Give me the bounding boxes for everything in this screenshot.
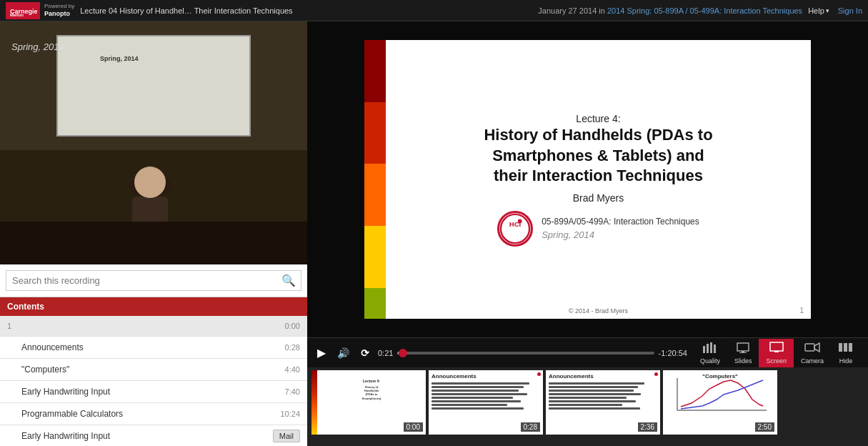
list-item[interactable]: Programmable Calculators 10:24 bbox=[0, 403, 307, 425]
rewind-button[interactable]: ⟳ bbox=[358, 345, 372, 362]
end-time: -1:20:54 bbox=[659, 349, 687, 357]
search-wrapper: 🔍 bbox=[6, 270, 301, 291]
contents-panel: Contents 1 0:00 Announcements 0:28 "Comp… bbox=[0, 297, 307, 446]
bar-segment-4 bbox=[364, 226, 386, 288]
thumb-time: 0:00 bbox=[404, 422, 423, 432]
volume-icon: 🔊 bbox=[337, 347, 349, 359]
video-overlay-text: Spring, 2014 bbox=[11, 41, 64, 52]
list-item[interactable]: "Computers" 4:40 bbox=[0, 359, 307, 381]
thumb-title: Announcements bbox=[431, 373, 540, 380]
quality-icon bbox=[702, 342, 718, 356]
current-time: 0:21 bbox=[378, 349, 393, 357]
svg-rect-25 bbox=[774, 351, 779, 352]
header-date: January 27 2014 in 2014 Spring: 05-899A … bbox=[538, 6, 802, 15]
thumbnail-item[interactable]: Announcements 0:28 bbox=[429, 370, 543, 443]
slide-content: Lecture 4: History of Handhelds (PDAs to… bbox=[364, 40, 811, 319]
thumb-time: 0:28 bbox=[521, 422, 540, 432]
slides-icon bbox=[736, 342, 750, 356]
rewind-icon: ⟳ bbox=[361, 347, 369, 359]
search-area: 🔍 bbox=[0, 264, 307, 297]
list-item[interactable]: 1 0:00 bbox=[0, 316, 307, 337]
item-number: 1 bbox=[7, 322, 21, 330]
logo-area: Carnegie Mellon Powered by Panopto bbox=[6, 2, 74, 19]
slide-page-number: 1 bbox=[799, 307, 804, 314]
slide-color-bar bbox=[364, 40, 386, 319]
contents-header: Contents bbox=[0, 297, 307, 316]
header-right: Help ▾ Sign In bbox=[808, 6, 862, 15]
thumbnail-item[interactable]: Announcements 2:36 bbox=[546, 370, 660, 443]
volume-button[interactable]: 🔊 bbox=[334, 345, 352, 362]
left-panel: Spring, 2014 Spring, 2014 bbox=[0, 21, 307, 446]
hide-label: Hide bbox=[839, 357, 853, 365]
svg-rect-24 bbox=[770, 342, 783, 351]
list-item[interactable]: Announcements 0:28 bbox=[0, 337, 307, 359]
quality-label: Quality bbox=[700, 357, 720, 365]
screen-icon bbox=[769, 342, 784, 356]
svg-text:Spring, 2014: Spring, 2014 bbox=[100, 55, 139, 62]
list-item[interactable]: Early Handwriting Input 7:40 bbox=[0, 381, 307, 403]
thumb-dot-2 bbox=[654, 372, 658, 376]
svg-text:Mellon: Mellon bbox=[10, 13, 24, 17]
svg-rect-23 bbox=[739, 352, 747, 353]
search-icon: 🔍 bbox=[281, 274, 296, 287]
camera-label: Camera bbox=[801, 357, 824, 365]
bar-segment-5 bbox=[364, 288, 386, 319]
lecture-num: Lecture 4: bbox=[484, 112, 712, 125]
right-toolbar: Quality Slides bbox=[693, 339, 861, 367]
hide-icon bbox=[838, 342, 854, 356]
help-button[interactable]: Help ▾ bbox=[808, 6, 829, 15]
thumbnail-item[interactable]: Lecture 4: History ofHandhelds(PDAs toSm… bbox=[311, 370, 426, 443]
panopto-logo: Powered by Panopto bbox=[44, 3, 74, 17]
slides-label: Slides bbox=[734, 357, 752, 365]
contents-label: Contents bbox=[7, 302, 44, 312]
item-time: 4:40 bbox=[285, 365, 300, 374]
camera-button[interactable]: Camera bbox=[794, 339, 831, 367]
mail-button[interactable]: Mail bbox=[273, 430, 300, 442]
svg-rect-29 bbox=[844, 343, 847, 352]
thumbnails-bar: Lecture 4: History ofHandhelds(PDAs toSm… bbox=[307, 367, 868, 446]
hide-button[interactable]: Hide bbox=[831, 339, 861, 367]
svg-rect-5 bbox=[57, 36, 250, 136]
camera-icon bbox=[804, 342, 820, 356]
svg-rect-17 bbox=[703, 346, 705, 353]
video-controls: ▶ 🔊 ⟳ 0:21 -1:20:54 bbox=[307, 337, 868, 367]
screen-label: Screen bbox=[766, 357, 787, 365]
screen-button[interactable]: Screen bbox=[759, 339, 794, 367]
thumb-time-3: 2:50 bbox=[755, 422, 774, 432]
item-time: 10:24 bbox=[280, 410, 300, 418]
svg-point-9 bbox=[134, 167, 166, 198]
signin-button[interactable]: Sign In bbox=[838, 6, 862, 15]
thumb-time-2: 2:36 bbox=[638, 422, 657, 432]
header: Carnegie Mellon Powered by Panopto Lectu… bbox=[0, 0, 868, 21]
slide-semester: Spring, 2014 bbox=[542, 229, 699, 240]
slide-author: Brad Myers bbox=[573, 192, 624, 204]
svg-rect-30 bbox=[849, 343, 852, 352]
course-info: 05-899A/05-499A: Interaction Techniques … bbox=[542, 217, 699, 240]
svg-rect-13 bbox=[0, 222, 307, 264]
slides-button[interactable]: Slides bbox=[727, 339, 759, 367]
cmu-logo: Carnegie Mellon bbox=[6, 2, 40, 19]
item-time: 0:28 bbox=[285, 343, 300, 352]
svg-rect-19 bbox=[710, 342, 712, 353]
play-icon: ▶ bbox=[317, 346, 326, 360]
item-label: "Computers" bbox=[21, 365, 285, 375]
svg-rect-18 bbox=[707, 344, 709, 353]
thumbnail-item[interactable]: "Computers" 2:50 bbox=[663, 370, 777, 443]
progress-dot bbox=[399, 349, 407, 357]
search-input[interactable] bbox=[6, 270, 301, 291]
camera-video: Spring, 2014 Spring, 2014 bbox=[0, 21, 307, 264]
thumb-chart bbox=[666, 385, 774, 414]
svg-rect-22 bbox=[742, 351, 744, 352]
play-button[interactable]: ▶ bbox=[314, 343, 329, 362]
slide-main-content: Lecture 4: History of Handhelds (PDAs to… bbox=[404, 54, 793, 304]
quality-button[interactable]: Quality bbox=[693, 339, 727, 367]
svg-rect-21 bbox=[737, 343, 749, 351]
course-link[interactable]: 2014 Spring: 05-899A / 05-499A: Interact… bbox=[607, 6, 802, 15]
list-item[interactable]: Early Handwriting Input 10:26 Mail bbox=[0, 425, 307, 446]
item-label: Early Handwriting Input bbox=[21, 431, 280, 441]
item-label: Announcements bbox=[21, 342, 285, 352]
progress-bar[interactable] bbox=[397, 352, 654, 355]
svg-marker-27 bbox=[814, 343, 819, 352]
item-time: 0:00 bbox=[285, 322, 300, 330]
item-label: Early Handwriting Input bbox=[21, 387, 285, 397]
